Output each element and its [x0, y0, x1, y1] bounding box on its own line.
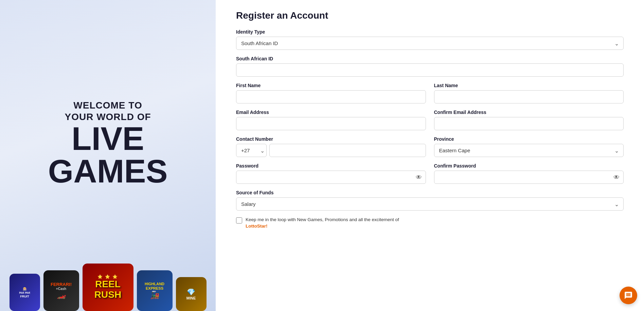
right-panel: Register an Account Identity Type South … — [216, 0, 644, 311]
email-group: Email Address — [236, 110, 426, 130]
confirm-email-group: Confirm Email Address — [434, 110, 624, 130]
newsletter-checkbox[interactable] — [236, 217, 242, 223]
identity-type-group: Identity Type South African ID Passport … — [236, 29, 624, 50]
newsletter-checkbox-row: Keep me in the loop with New Games, Prom… — [236, 217, 624, 230]
first-name-input[interactable] — [236, 90, 426, 103]
newsletter-label-highlight: LottoStar! — [246, 223, 268, 229]
welcome-line1: WELCOME TO YOUR WORLD OF — [48, 100, 167, 122]
password-eye-icon[interactable]: 👁 — [416, 174, 422, 181]
province-select[interactable]: Eastern Cape Western Cape Gauteng KwaZul… — [434, 144, 624, 157]
south-african-id-input[interactable] — [236, 63, 624, 77]
contact-province-row: Contact Number +27 +1 +44 ⌄ Province Eas… — [236, 136, 624, 157]
password-label: Password — [236, 163, 426, 169]
source-of-funds-select[interactable]: Salary Business Income Savings Other — [236, 197, 624, 211]
phone-group: +27 +1 +44 ⌄ — [236, 144, 426, 157]
game-card-ferrari: FERRARI! +Cash 🏎️ — [43, 270, 79, 311]
welcome-line1-text: WELCOME TO — [73, 100, 142, 111]
last-name-group: Last Name — [434, 83, 624, 103]
south-african-id-group: South African ID — [236, 56, 624, 77]
confirm-password-eye-icon[interactable]: 👁 — [613, 174, 620, 181]
contact-number-label: Contact Number — [236, 136, 426, 142]
confirm-password-input[interactable] — [434, 171, 624, 184]
live-text: LIVE — [48, 122, 167, 155]
province-label: Province — [434, 136, 624, 142]
password-wrapper: 👁 — [236, 171, 426, 184]
newsletter-label-main: Keep me in the loop with New Games, Prom… — [246, 217, 399, 222]
games-text: GAMES — [48, 155, 167, 188]
game-card-reel-rush: ⭐ ⭐ ⭐ REEL RUSH — [83, 264, 133, 311]
source-of-funds-label: Source of Funds — [236, 190, 624, 195]
south-african-id-label: South African ID — [236, 56, 624, 61]
last-name-input[interactable] — [434, 90, 624, 103]
last-name-label: Last Name — [434, 83, 624, 88]
password-input[interactable] — [236, 171, 426, 184]
contact-number-group: Contact Number +27 +1 +44 ⌄ — [236, 136, 426, 157]
province-wrapper: Eastern Cape Western Cape Gauteng KwaZul… — [434, 144, 624, 157]
phone-code-select[interactable]: +27 +1 +44 — [236, 144, 267, 157]
email-input[interactable] — [236, 117, 426, 130]
chat-icon — [624, 291, 633, 300]
password-row: Password 👁 Confirm Password 👁 — [236, 163, 624, 184]
confirm-password-group: Confirm Password 👁 — [434, 163, 624, 184]
confirm-email-input[interactable] — [434, 117, 624, 130]
email-row: Email Address Confirm Email Address — [236, 110, 624, 130]
first-name-group: First Name — [236, 83, 426, 103]
welcome-text: WELCOME TO YOUR WORLD OF LIVE GAMES — [48, 100, 167, 188]
left-panel: WELCOME TO YOUR WORLD OF LIVE GAMES 🎰Hot… — [0, 0, 216, 311]
identity-type-wrapper: South African ID Passport Other ⌄ — [236, 37, 624, 50]
confirm-password-wrapper: 👁 — [434, 171, 624, 184]
identity-type-label: Identity Type — [236, 29, 624, 35]
confirm-password-label: Confirm Password — [434, 163, 624, 169]
game-card-mine: 💎 MINE — [176, 277, 207, 311]
newsletter-label: Keep me in the loop with New Games, Prom… — [246, 217, 399, 230]
game-card-highland-express: HIGHLANDEXPRESS 🚂 — [137, 270, 173, 311]
phone-code-wrapper: +27 +1 +44 ⌄ — [236, 144, 267, 157]
phone-number-input[interactable] — [269, 144, 426, 157]
email-label: Email Address — [236, 110, 426, 115]
confirm-email-label: Confirm Email Address — [434, 110, 624, 115]
source-of-funds-group: Source of Funds Salary Business Income S… — [236, 190, 624, 211]
identity-type-select[interactable]: South African ID Passport Other — [236, 37, 624, 50]
source-of-funds-wrapper: Salary Business Income Savings Other ⌄ — [236, 197, 624, 211]
game-cards: 🎰Hot HotFRUIT FERRARI! +Cash 🏎️ ⭐ ⭐ ⭐ RE… — [0, 260, 216, 311]
province-group: Province Eastern Cape Western Cape Gaute… — [434, 136, 624, 157]
game-card-hot-fruit: 🎰Hot HotFRUIT — [10, 274, 40, 311]
first-name-label: First Name — [236, 83, 426, 88]
page-title: Register an Account — [236, 10, 624, 21]
password-group: Password 👁 — [236, 163, 426, 184]
chat-button[interactable] — [620, 287, 637, 304]
name-row: First Name Last Name — [236, 83, 624, 103]
